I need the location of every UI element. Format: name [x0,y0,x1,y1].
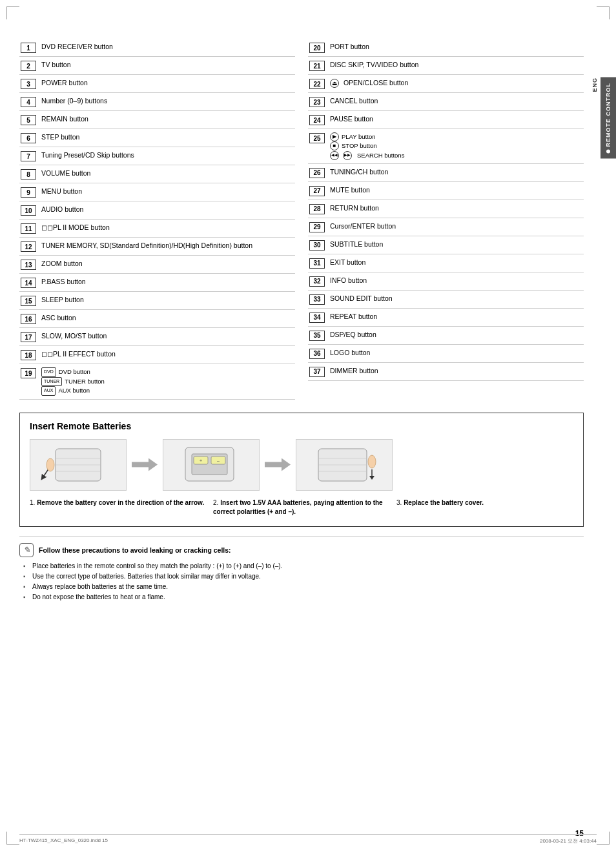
note-item-2: Use the correct type of batteries. Batte… [32,571,584,582]
item-14-num: 14 [21,278,36,288]
item-5-num: 5 [21,115,36,125]
note-list: Place batteries in the remote control so… [19,561,584,602]
item-12-num: 12 [21,241,36,252]
item-4-num: 4 [21,97,36,107]
item-18-row: 18 ◻◻PL II EFFECT button [19,346,295,364]
item-6-text: STEP button [41,132,294,142]
item-35-row: 35 DSP/EQ button [308,327,584,345]
item-12-text: TUNER MEMORY, SD(Standard Definition)/HD… [41,241,294,251]
battery-section: Insert Remote Batteries [19,413,584,527]
item-5-text: REMAIN button [41,114,294,124]
item-2-text: TV button [41,60,294,70]
eng-label: ENG [591,77,598,92]
battery-img-1 [30,439,127,491]
item-29-num: 29 [309,222,325,232]
note-icon: ✎ [19,543,34,557]
item-8-row: 8 VOLUME button [19,165,295,183]
item-33-num: 33 [309,294,325,305]
item-32-num: 32 [309,276,325,287]
item-27-row: 27 MUTE button [308,182,584,200]
item-6-row: 6 STEP button [19,129,295,147]
item-10-row: 10 AUDIO button [19,201,295,220]
item-34-text: REPEAT button [330,312,582,322]
item-27-num: 27 [309,186,325,196]
item-13-num: 13 [21,260,36,270]
item-25-row: 25 ▶ PLAY button ■ STOP button ◀◀▶▶SEARC… [308,129,584,164]
item-13-row: 13 ZOOM button [19,256,295,274]
left-items-list: 1 DVD RECEIVER button 2 TV button 3 POWE… [19,39,295,364]
item-11-row: 11 ◻◻PL II MODE button [19,220,295,238]
item-24-row: 24 PAUSE button [308,111,584,129]
item-20-num: 20 [309,43,325,53]
note-item-3: Always replace both batteries at the sam… [32,582,584,592]
item-26-text: TUNING/CH button [330,167,582,177]
note-title: Follow these precautions to avoid leakin… [39,546,231,554]
item-13-text: ZOOM button [41,259,294,269]
item-36-row: 36 LOGO button [308,345,584,363]
item-34-num: 34 [309,313,325,323]
item-2-num: 2 [21,61,36,71]
battery-img-2: + – [163,439,260,491]
item-21-num: 21 [309,61,325,71]
item-15-row: 15 SLEEP button [19,292,295,310]
item-37-row: 37 DIMMER button [308,363,584,381]
item-7-row: 7 Tuning Preset/CD Skip buttons [19,147,295,165]
item-14-row: 14 P.BASS button [19,274,295,292]
item-23-text: CANCEL button [330,96,582,106]
side-tab: REMOTE CONTROL [601,77,616,159]
item-25-num: 25 [309,133,325,143]
item-28-text: RETURN button [330,203,582,213]
item-34-row: 34 REPEAT button [308,309,584,327]
item-18-text: ◻◻PL II EFFECT button [41,349,294,359]
item-18-num: 18 [21,350,36,360]
item-20-row: 20 PORT button [308,39,584,57]
item-31-text: EXIT button [330,258,582,267]
item-37-text: DIMMER button [330,366,582,376]
item-8-text: VOLUME button [41,169,294,178]
note-item-1: Place batteries in the remote control so… [32,561,584,571]
item-12-row: 12 TUNER MEMORY, SD(Standard Definition)… [19,238,295,256]
item-9-row: 9 MENU button [19,183,295,201]
item-1-row: 1 DVD RECEIVER button [19,39,295,57]
item-24-num: 24 [309,115,325,125]
item-27-text: MUTE button [330,185,582,195]
item-15-text: SLEEP button [41,295,294,305]
item-16-text: ASC button [41,313,294,323]
item-24-text: PAUSE button [330,114,582,124]
item-9-text: MENU button [41,187,294,196]
battery-title: Insert Remote Batteries [30,421,573,431]
item-7-num: 7 [21,151,36,161]
item-11-text: ◻◻PL II MODE button [41,223,294,232]
svg-text:–: – [217,458,220,463]
item-23-num: 23 [309,97,325,107]
item-31-num: 31 [309,258,325,269]
item-31-row: 31 EXIT button [308,254,584,272]
step-3-text: 3. Replace the battery cover. [396,498,573,517]
item-29-text: Cursor/ENTER button [330,221,582,231]
left-column: 1 DVD RECEIVER button 2 TV button 3 POWE… [19,39,295,400]
step-2-text: 2. Insert two 1.5V AAA batteries, paying… [213,498,390,517]
arrow-1 [132,458,158,471]
item-30-row: 30 SUBTITLE button [308,236,584,254]
item-11-num: 11 [21,223,36,234]
svg-point-4 [46,458,54,471]
item-32-text: INFO button [330,276,582,285]
note-item-4: Do not expose the batteries to heat or a… [32,592,584,602]
note-header: ✎ Follow these precautions to avoid leak… [19,543,584,557]
item-19-num: 19 [21,368,36,378]
item-14-text: P.BASS button [41,277,294,287]
item-33-row: 33 SOUND EDIT button [308,291,584,309]
item-10-text: AUDIO button [41,205,294,214]
item-22-num: 22 [309,79,325,89]
item-5-row: 5 REMAIN button [19,111,295,129]
item-4-text: Number (0–9) buttons [41,96,294,106]
item-19-row: 19 DVD DVD button TUNER TUNER button AUX… [19,364,295,400]
item-30-num: 30 [309,240,325,251]
item-30-text: SUBTITLE button [330,240,582,249]
item-25-text: ▶ PLAY button ■ STOP button ◀◀▶▶SEARCH b… [330,132,582,160]
item-16-num: 16 [21,314,36,324]
item-15-num: 15 [21,296,36,306]
item-8-num: 8 [21,169,36,179]
battery-step-texts: 1. Remove the battery cover in the direc… [30,498,573,517]
item-21-text: DISC SKIP, TV/VIDEO button [330,60,582,70]
